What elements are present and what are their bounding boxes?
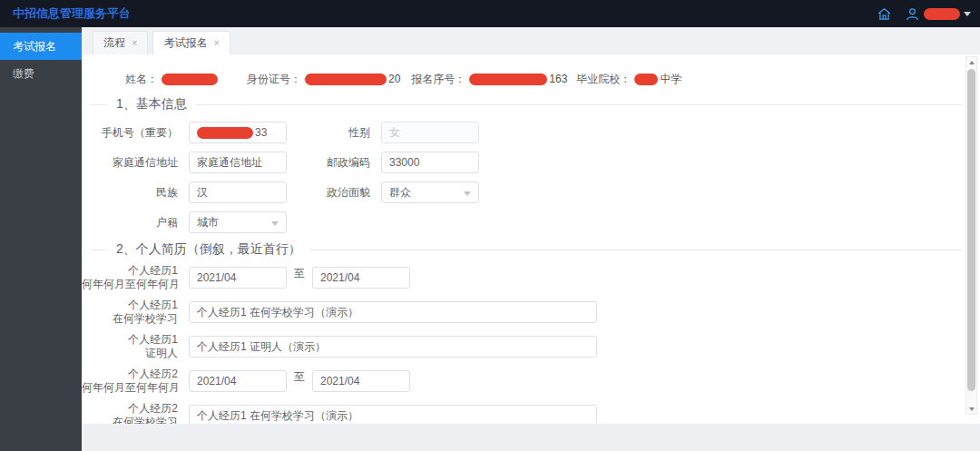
section-title-basic-info-text: 1、基本信息 [116,96,187,113]
phone-label: 手机号（重要） [82,125,189,141]
zip-input[interactable] [381,152,479,173]
identity-id-value: 20 [388,73,400,85]
divider [310,250,962,250]
identity-row: 姓名： 身份证号： 20 报名序号： 163 毕业院校： 中学 [82,54,980,89]
chevron-down-icon [964,12,971,16]
close-icon[interactable]: × [132,38,137,48]
political-label: 政治面貌 [287,185,381,201]
tab-exam-registration[interactable]: 考试报名 × [152,31,230,54]
section-title-basic-info: 1、基本信息 [91,96,962,113]
identity-school-label: 毕业院校： [576,72,631,87]
exp1-certifier-label-line1: 个人经历1 [82,333,178,347]
topbar-actions [877,6,971,22]
exp1-school-label-line2: 在何学校学习 [82,312,178,326]
exp2-dates-label-line1: 个人经历2 [82,368,178,381]
form-row-ethnic-political: 民族 政治面貌 群众 [82,181,980,203]
identity-graduation-school: 毕业院校： 中学 [576,72,681,87]
divider [91,104,107,105]
exp2-dates-label: 个人经历2 何年何月至何年何月 [82,368,189,395]
phone-input[interactable]: 33 [189,122,287,143]
identity-name-label: 姓名： [125,72,158,87]
tab-bar: 流程 × 考试报名 × [82,27,980,54]
redacted-school-name [634,74,658,85]
date-range-to-label: 至 [287,266,312,281]
exp1-dates-label: 个人经历1 何年何月至何年何月 [82,264,189,291]
chevron-down-icon [464,191,471,196]
identity-regno-value: 163 [549,73,567,85]
scrollbar-thumb[interactable] [967,69,975,391]
political-select[interactable]: 群众 [381,181,479,203]
exp2-school-label-line1: 个人经历2 [82,402,178,416]
date-range-to-label: 至 [287,369,312,385]
sidebar-item-payment[interactable]: 缴费 [0,60,82,87]
form-row-phone-gender: 手机号（重要） 33 性别 [82,122,980,143]
user-icon [905,6,920,22]
exp2-school-input[interactable] [189,405,597,424]
exp2-date-to-input[interactable] [312,370,410,392]
form-row-exp1-school: 个人经历1 在何学校学习 [82,301,980,323]
exp1-school-label-line1: 个人经历1 [82,299,178,312]
ethnic-label: 民族 [82,185,189,201]
scroll-up-arrow-icon[interactable] [966,57,976,67]
exp1-date-to-input[interactable] [312,267,410,289]
exp2-school-label: 个人经历2 在何学校学习 [82,402,189,424]
identity-school-value: 中学 [660,72,681,87]
section-title-resume-text: 2、个人简历（倒叙，最近首行） [116,241,301,258]
exp1-dates-label-line1: 个人经历1 [82,264,178,278]
section-title-resume: 2、个人简历（倒叙，最近首行） [91,241,962,258]
app-window: 中招信息管理服务平台 考试报名 缴费 流程 × [0,0,980,451]
redacted-phone [197,127,253,139]
tab-exam-registration-label: 考试报名 [163,35,207,51]
gender-input [381,122,479,143]
identity-name: 姓名： [125,72,220,87]
sidebar: 考试报名 缴费 [0,27,82,451]
political-select-value: 群众 [389,185,411,201]
identity-registration-number: 报名序号： 163 [411,72,567,87]
exp1-certifier-label-line2: 证明人 [82,347,178,360]
redacted-username [924,8,960,20]
household-select-value: 城市 [197,215,219,230]
form-row-exp1-dates: 个人经历1 何年何月至何年何月 至 [82,267,980,289]
home-icon[interactable] [877,6,892,22]
phone-visible-suffix: 33 [255,126,267,139]
form-row-household: 户籍 城市 [82,211,980,233]
close-icon[interactable]: × [213,38,219,48]
zip-label: 邮政编码 [287,155,381,171]
identity-regno-label: 报名序号： [411,72,466,87]
redacted-id-number [305,74,387,85]
address-label: 家庭通信地址 [82,155,189,171]
identity-id-number: 身份证号： 20 [247,72,400,87]
exp2-date-from-input[interactable] [189,370,287,392]
tab-process-label: 流程 [103,35,125,51]
redacted-registration-number [469,74,547,85]
sidebar-item-exam-registration[interactable]: 考试报名 [0,33,82,60]
user-menu[interactable] [905,6,971,22]
redacted-name [162,74,218,85]
divider [196,104,962,105]
exp2-school-label-line2: 在何学校学习 [82,416,178,424]
exp1-certifier-label: 个人经历1 证明人 [82,333,189,360]
form-panel: 姓名： 身份证号： 20 报名序号： 163 毕业院校： 中学 [82,54,980,424]
exp2-dates-label-line2: 何年何月至何年何月 [82,381,178,395]
tab-process[interactable]: 流程 × [93,31,148,54]
topbar: 中招信息管理服务平台 [0,0,980,27]
exp1-certifier-input[interactable] [189,336,597,358]
exp1-date-from-input[interactable] [189,267,287,289]
scroll-down-arrow-icon[interactable] [966,404,976,414]
chevron-down-icon [271,221,279,226]
exp1-dates-label-line2: 何年何月至何年何月 [82,278,178,291]
form-row-exp1-certifier: 个人经历1 证明人 [82,336,980,358]
address-input[interactable] [189,152,287,173]
form-row-address-zip: 家庭通信地址 邮政编码 [82,152,980,173]
gender-label: 性别 [287,125,381,141]
exp1-school-input[interactable] [189,301,597,323]
app-title: 中招信息管理服务平台 [13,5,131,22]
household-label: 户籍 [82,215,189,230]
vertical-scrollbar[interactable] [965,56,977,415]
divider [91,250,107,250]
ethnic-input[interactable] [189,181,287,203]
form-row-exp2-dates: 个人经历2 何年何月至何年何月 至 [82,370,980,392]
household-select[interactable]: 城市 [189,211,287,233]
form-row-exp2-school: 个人经历2 在何学校学习 [82,405,980,424]
identity-id-label: 身份证号： [247,72,301,87]
